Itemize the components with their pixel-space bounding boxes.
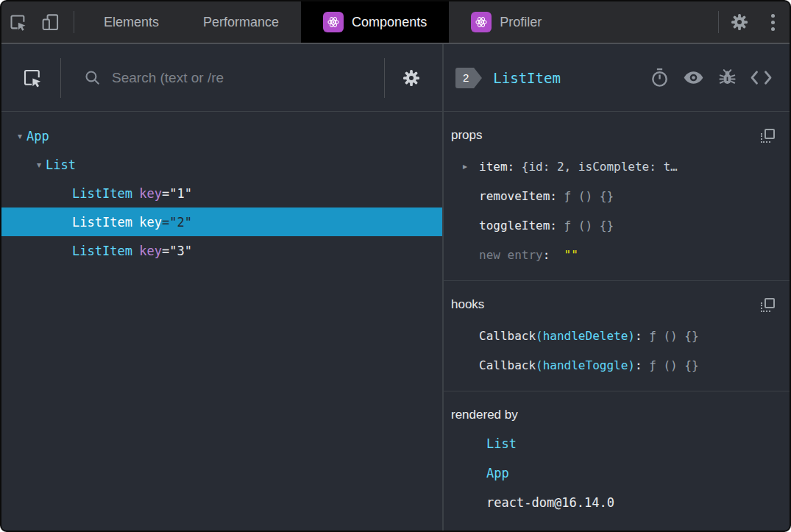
search-input[interactable] <box>112 70 333 86</box>
code-brackets-icon <box>750 68 773 87</box>
owner-link[interactable]: List <box>486 436 517 451</box>
key-attr-name: key <box>139 244 162 258</box>
tab-label: Elements <box>104 15 159 30</box>
eye-icon <box>682 66 705 89</box>
prop-row[interactable]: removeItem: ƒ () {} <box>451 181 779 210</box>
toolbar-separator <box>74 11 74 33</box>
renderer-version: react-dom@16.14.0 <box>486 495 614 510</box>
tab-performance[interactable]: Performance <box>181 1 301 43</box>
key-attr-eq: = <box>162 244 169 258</box>
prop-row[interactable]: ▸item: {id: 2, isComplete: t… <box>451 152 779 181</box>
tree-row[interactable]: ListItemkey="3" <box>1 236 442 265</box>
gear-icon <box>400 67 422 89</box>
prop-colon: : <box>550 189 564 203</box>
hooks-section: hooks Callback(handleDelete): ƒ () {}Cal… <box>444 281 790 391</box>
key-attr-value: "3" <box>169 244 192 258</box>
tab-elements[interactable]: Elements <box>82 1 181 43</box>
key-attr-value: "2" <box>169 215 192 230</box>
copy-icon[interactable] <box>761 298 775 312</box>
tab-label: Components <box>352 15 427 30</box>
tab-components[interactable]: Components <box>301 1 449 43</box>
hook-colon: : <box>635 329 649 343</box>
expand-arrow-icon[interactable]: ▸ <box>463 161 467 171</box>
component-details-panel: 2 ListItem <box>444 44 790 531</box>
tree-row[interactable]: ▾List <box>1 150 442 179</box>
device-toolbar-button[interactable] <box>34 1 66 43</box>
inspect-element-button[interactable] <box>1 1 34 43</box>
key-attr-name: key <box>139 215 162 230</box>
key-attr-value: "1" <box>169 186 192 201</box>
hook-row[interactable]: Callback(handleDelete): ƒ () {} <box>451 321 779 350</box>
tab-label: Profiler <box>500 15 542 30</box>
rendered-by-row: List <box>451 429 779 458</box>
expand-arrow-icon[interactable]: ▾ <box>32 160 46 170</box>
component-name: List <box>46 157 76 172</box>
suspend-toggle-button[interactable] <box>642 67 676 88</box>
tree-settings-button[interactable] <box>397 67 426 89</box>
toolbar-separator <box>718 11 719 33</box>
devtools-window: Elements Performance Components <box>0 0 791 532</box>
hook-row[interactable]: Callback(handleToggle): ƒ () {} <box>451 350 779 380</box>
gear-icon <box>728 11 751 33</box>
prop-colon: : <box>508 160 522 174</box>
section-title: hooks <box>451 297 484 312</box>
details-sections: props ▸item: {id: 2, isComplete: t…remov… <box>444 112 790 531</box>
components-panel: ▾App▾ListListItemkey="1"ListItemkey="2"L… <box>1 44 790 531</box>
inspect-cursor-icon <box>21 67 43 89</box>
react-atom-icon <box>323 12 344 32</box>
rendered-by-row: App <box>451 458 779 488</box>
owner-link[interactable]: App <box>486 466 509 480</box>
device-toolbar-icon <box>40 13 60 32</box>
section-title: props <box>451 128 483 143</box>
hook-type: Callback <box>479 329 536 343</box>
props-section: props ▸item: {id: 2, isComplete: t…remov… <box>444 112 790 281</box>
kebab-icon <box>771 14 775 18</box>
component-tree: ▾App▾ListListItemkey="1"ListItemkey="2"L… <box>1 112 442 265</box>
prop-colon: : <box>550 219 564 233</box>
tab-profiler[interactable]: Profiler <box>449 1 564 43</box>
rendered-by-section: rendered by ListAppreact-dom@16.14.0 <box>444 391 790 528</box>
hook-value: ƒ () {} <box>649 358 698 372</box>
key-attr-eq: = <box>162 186 169 201</box>
component-name: App <box>26 129 49 143</box>
selected-component-name: ListItem <box>493 70 561 86</box>
key-attr-name: key <box>139 186 162 201</box>
selection-index-badge: 2 <box>455 68 474 88</box>
bug-icon <box>717 68 737 88</box>
prop-row[interactable]: toggleItem: ƒ () {} <box>451 210 779 240</box>
tree-row[interactable]: ListItemkey="1" <box>1 179 442 208</box>
search-icon <box>83 68 102 87</box>
devtools-tab-bar: Elements Performance Components <box>1 1 790 44</box>
hook-name: (handleDelete) <box>536 329 635 343</box>
tree-toolbar <box>1 44 442 112</box>
copy-icon[interactable] <box>761 129 775 143</box>
rendered-by-row: react-dom@16.14.0 <box>451 488 779 517</box>
hook-type: Callback <box>479 358 536 372</box>
inspect-dom-button[interactable] <box>676 66 710 89</box>
toolbar-separator <box>60 58 61 98</box>
hook-name: (handleToggle) <box>536 358 635 372</box>
devtools-menu-button[interactable] <box>756 1 790 43</box>
details-header: 2 ListItem <box>444 44 790 112</box>
log-to-console-button[interactable] <box>710 68 744 88</box>
prop-name: toggleItem <box>479 219 550 233</box>
component-name: ListItem <box>72 186 132 201</box>
component-name: ListItem <box>72 215 132 230</box>
expand-arrow-icon[interactable]: ▾ <box>13 131 26 141</box>
prop-colon: : <box>543 248 557 262</box>
prop-name[interactable]: new entry <box>479 248 543 262</box>
devtools-settings-button[interactable] <box>723 1 756 43</box>
prop-value: {id: 2, isComplete: t… <box>522 160 678 174</box>
view-source-button[interactable] <box>744 68 778 87</box>
tab-label: Performance <box>203 15 279 30</box>
stopwatch-icon <box>649 67 670 88</box>
component-tree-panel: ▾App▾ListListItemkey="1"ListItemkey="2"L… <box>1 44 444 531</box>
tree-row[interactable]: ▾App <box>1 121 442 150</box>
prop-name: removeItem <box>479 189 550 203</box>
react-atom-icon <box>471 12 492 32</box>
prop-value: ƒ () {} <box>564 189 614 203</box>
select-element-button[interactable] <box>18 67 47 89</box>
prop-row[interactable]: new entry: "" <box>451 240 779 269</box>
key-attr-eq: = <box>162 215 169 230</box>
tree-row[interactable]: ListItemkey="2" <box>1 208 442 236</box>
